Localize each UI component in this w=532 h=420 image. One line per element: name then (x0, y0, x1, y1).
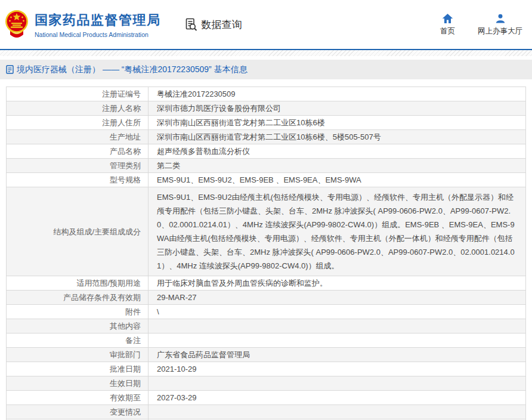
row-value: 用于临床对脑血管及外周血管疾病的诊断和监护。 (149, 276, 526, 291)
row-label: 管理类别 (7, 159, 149, 173)
row-value-text: 广东省食品药品监督管理局 (157, 350, 250, 359)
table-row: 有效期至2027-03-29 (7, 391, 526, 405)
table-row: 附件\ (7, 305, 526, 319)
table-row: 型号规格EMS-9U1、EMS-9U2、EMS-9EB 、EMS-9EA、EMS… (7, 173, 526, 187)
table-row: 备注 (7, 333, 526, 348)
data-query-entry[interactable]: 数据查询 (184, 17, 242, 32)
row-label-text: 型号规格 (110, 175, 141, 184)
row-value-text: 2021-10-29 (157, 365, 197, 373)
row-value (149, 319, 526, 333)
org-name-en: National Medical Products Administration (35, 31, 161, 38)
row-label: 适用范围/预期用途 (7, 276, 149, 291)
row-value: 2027-03-29 (149, 391, 526, 405)
row-label-text: 附件 (125, 307, 141, 316)
row-label-text: 其他内容 (110, 322, 141, 331)
site-header: 国家药品监督管理局 National Medical Products Admi… (0, 0, 532, 49)
row-value (149, 376, 526, 391)
row-value: 2021-10-29 (149, 362, 526, 376)
nav-item-home[interactable]: 首页 (440, 13, 455, 36)
registration-info-table: 注册证编号粤械注准20172230509注册人名称深圳市德力凯医疗设备股份有限公… (6, 87, 526, 420)
document-icon (6, 65, 14, 74)
row-value: EMS-9U1、EMS-9U2由经颅主机(包括经颅模块、专用电源）、经颅软件、专… (149, 187, 526, 276)
nav-label: 首页 (440, 26, 455, 36)
home-icon (442, 13, 453, 24)
row-label: 生产地址 (7, 130, 149, 144)
row-label: 注册人住所 (7, 116, 149, 130)
header-nav: 首页 网上办事大厅 (440, 13, 522, 36)
row-value: 深圳市德力凯医疗设备股份有限公司 (149, 101, 526, 116)
table-row: 注册人住所深圳市南山区西丽街道官龙村第二工业区10栋6楼 (7, 116, 526, 130)
row-value-text: EMS-9U1、EMS-9U2由经颅主机(包括经颅模块、专用电源）、经颅软件、专… (157, 193, 515, 270)
row-label-text: 产品储存条件及有效期 (63, 293, 141, 302)
row-value-text: 深圳市南山区西丽街道官龙村第二工业区10栋6楼、5楼505-507号 (157, 132, 381, 141)
row-value (149, 405, 526, 419)
page-title: 境内医疗器械（注册） —— “粤械注准20172230509” 基本信息 (17, 64, 248, 75)
row-value: EMS-9U1、EMS-9U2、EMS-9EB 、EMS-9EA、EMS-9WA (149, 173, 526, 187)
table-row: 注册证编号粤械注准20172230509 (7, 87, 526, 101)
row-value: 深圳市南山区西丽街道官龙村第二工业区10栋6楼、5楼505-507号 (149, 130, 526, 144)
row-label-text: 生产地址 (110, 132, 141, 141)
table-row: 审批部门广东省食品药品监督管理局 (7, 348, 526, 362)
row-label-text: 备注 (125, 336, 141, 345)
row-value-text: 第二类 (157, 161, 180, 170)
row-label: 产品名称 (7, 144, 149, 159)
table-row: 管理类别第二类 (7, 159, 526, 173)
row-label-text: 注册人名称 (102, 104, 141, 113)
table-row: 注册人名称深圳市德力凯医疗设备股份有限公司 (7, 101, 526, 116)
national-emblem-logo (5, 10, 29, 39)
row-value: 广东省食品药品监督管理局 (149, 348, 526, 362)
row-value: \ (149, 305, 526, 319)
row-value: 29-MAR-27 (149, 291, 526, 305)
row-label: 其他内容 (7, 319, 149, 333)
row-value-text: 深圳市德力凯医疗设备股份有限公司 (157, 104, 281, 113)
table-row: 产品名称超声经颅多普勒血流分析仪 (7, 144, 526, 159)
org-name-cn: 国家药品监督管理局 (35, 11, 161, 29)
row-label-text: 有效期至 (110, 393, 141, 402)
row-label: 生效日期 (7, 376, 149, 391)
row-value-text: EMS-9U1、EMS-9U2、EMS-9EB 、EMS-9EA、EMS-9WA (157, 175, 361, 184)
row-label-text: 注册人住所 (102, 118, 141, 127)
row-label-text: 批准日期 (110, 365, 141, 373)
row-value (149, 333, 526, 348)
row-label-text: 适用范围/预期用途 (76, 279, 141, 288)
row-label-text: 管理类别 (110, 161, 141, 170)
row-value: 超声经颅多普勒血流分析仪 (149, 144, 526, 159)
table-row: 生效日期 (7, 376, 526, 391)
row-label: 型号规格 (7, 173, 149, 187)
row-value: 粤械注准20172230509 (149, 87, 526, 101)
table-row: 批准日期2021-10-29 (7, 362, 526, 376)
row-label: 批准日期 (7, 362, 149, 376)
row-label: 变更情况 (7, 405, 149, 419)
row-value-text: 深圳市南山区西丽街道官龙村第二工业区10栋6楼 (157, 118, 325, 127)
row-value-text: 2027-03-29 (157, 393, 197, 402)
row-label: 备注 (7, 333, 149, 348)
info-table-body: 注册证编号粤械注准20172230509注册人名称深圳市德力凯医疗设备股份有限公… (7, 87, 526, 420)
user-icon (495, 13, 506, 24)
org-names: 国家药品监督管理局 National Medical Products Admi… (35, 11, 161, 38)
table-row: 生产地址深圳市南山区西丽街道官龙村第二工业区10栋6楼、5楼505-507号 (7, 130, 526, 144)
row-label: 结构及组成/主要组成成分 (7, 187, 149, 276)
row-label-text: 产品名称 (110, 147, 141, 156)
table-row: 其他内容 (7, 319, 526, 333)
row-label: 注册人名称 (7, 101, 149, 116)
row-label: 附件 (7, 305, 149, 319)
row-value-text: 粤械注准20172230509 (157, 89, 236, 98)
row-value-text: 29-MAR-27 (157, 293, 196, 302)
nav-label: 网上办事大厅 (478, 26, 522, 36)
row-label-text: 生效日期 (110, 379, 141, 388)
row-label: 审批部门 (7, 348, 149, 362)
row-label: 有效期至 (7, 391, 149, 405)
table-row: 产品储存条件及有效期29-MAR-27 (7, 291, 526, 305)
row-label-text: 注册证编号 (102, 89, 141, 98)
nav-item-service-hall[interactable]: 网上办事大厅 (478, 13, 522, 36)
table-row: 结构及组成/主要组成成分EMS-9U1、EMS-9U2由经颅主机(包括经颅模块、… (7, 187, 526, 276)
row-label: 产品储存条件及有效期 (7, 291, 149, 305)
row-value: 第二类 (149, 159, 526, 173)
row-label: 注册证编号 (7, 87, 149, 101)
data-query-label: 数据查询 (202, 18, 242, 32)
table-row: 适用范围/预期用途用于临床对脑血管及外周血管疾病的诊断和监护。 (7, 276, 526, 291)
breadcrumb-band: 境内医疗器械（注册） —— “粤械注准20172230509” 基本信息 (0, 60, 532, 79)
row-value: 深圳市南山区西丽街道官龙村第二工业区10栋6楼 (149, 116, 526, 130)
row-label-text: 结构及组成/主要组成成分 (53, 227, 141, 236)
table-row: 变更情况 (7, 405, 526, 419)
